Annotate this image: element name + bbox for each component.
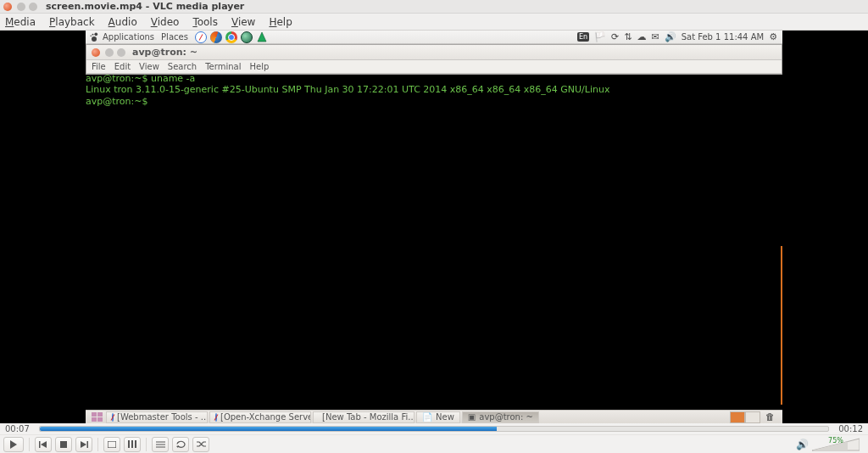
mute-button[interactable]: 🔊 [796,439,809,450]
terminal-minimize-icon[interactable] [105,48,114,57]
volume-percent: 75% [828,437,843,445]
term-menu-search[interactable]: Search [168,62,197,71]
svg-rect-9 [131,440,133,448]
terminal-maximize-icon[interactable] [117,48,125,57]
network-indicator-icon[interactable]: ⇅ [624,31,632,42]
panel-places[interactable]: Places [161,32,188,42]
menu-help[interactable]: Help [269,16,292,28]
terminal-body[interactable]: avp@tron:~$ uname -a Linux tron 3.11.0-1… [86,73,782,410]
workspace-2[interactable] [745,411,760,423]
trash-icon[interactable]: 🗑 [765,411,777,422]
menu-playback[interactable]: Playback [49,16,95,28]
term-menu-terminal[interactable]: Terminal [205,62,241,71]
seek-fill [40,427,497,431]
window-title: screen.movie.mp4 - VLC media player [46,1,244,12]
time-total[interactable]: 00:12 [834,424,863,433]
volume-slider[interactable]: 75% [812,438,860,451]
terminal-titlebar[interactable]: avp@tron: ~ [86,45,782,60]
time-elapsed[interactable]: 00:07 [5,424,34,433]
cloud-indicator-icon[interactable]: ☁ [637,31,646,42]
window-resize-edge[interactable] [781,246,782,405]
term-menu-edit[interactable]: Edit [114,62,131,71]
svg-rect-5 [60,441,67,448]
workspace-switcher[interactable] [730,411,760,423]
terminal-close-icon[interactable] [92,48,100,57]
terminal-menubar: File Edit View Search Terminal Help [86,60,782,74]
mail-indicator-icon[interactable]: ✉ [651,31,659,42]
terminal-prompt: avp@tron:~$ [86,73,147,84]
gnome-foot-icon[interactable] [89,32,99,42]
menu-video[interactable]: Video [151,16,180,28]
app-launcher-icon[interactable] [256,31,268,43]
svg-point-3 [92,36,97,41]
svg-rect-4 [39,441,41,448]
keyboard-layout-indicator[interactable]: En [577,32,589,42]
term-menu-help[interactable]: Help [249,62,269,71]
browser-epiphany-icon[interactable] [195,31,207,43]
terminal-window: avp@tron: ~ File Edit View Search Termin… [86,44,782,75]
menu-audio[interactable]: Audio [108,16,137,28]
svg-point-1 [92,33,94,35]
terminal-title: avp@tron: ~ [132,47,198,58]
svg-point-0 [94,32,97,36]
workspace-1[interactable] [730,411,745,423]
svg-rect-7 [108,441,116,448]
term-menu-view[interactable]: View [139,62,159,71]
menu-media[interactable]: Media [5,16,36,28]
seek-track[interactable] [39,426,829,432]
svg-rect-8 [128,440,130,448]
ubuntu-top-panel: Applications Places En 🏳️ ⟳ ⇅ ☁ ✉ 🔊 Sat … [86,31,782,44]
clock[interactable]: Sat Feb 1 11:44 AM [682,32,764,42]
svg-point-2 [91,35,92,36]
power-cog-icon[interactable]: ⚙ [769,31,777,42]
prev-button[interactable] [35,437,52,452]
taskbar-item-newtab[interactable]: [New Tab - Mozilla Fi... [313,411,415,423]
document-icon: 📄 [422,412,432,422]
show-desktop-icon[interactable] [89,412,104,422]
maximize-icon[interactable] [29,3,37,11]
loop-button[interactable] [172,437,189,452]
taskbar-item-oxchange[interactable]: [Open-Xchange Serve... [209,411,311,423]
terminal-prompt-2: avp@tron:~$ [86,96,147,107]
next-button[interactable] [75,437,92,452]
ext-settings-button[interactable] [124,437,141,452]
browser-firefox-icon[interactable] [210,31,222,43]
vlc-menubar: Media Playback Audio Video Tools View He… [0,14,868,31]
stop-button[interactable] [55,437,72,452]
panel-applications[interactable]: Applications [103,32,154,42]
terminal-icon: ▣ [468,412,476,422]
svg-rect-10 [135,440,136,448]
epiphany-icon [112,413,114,422]
play-button[interactable] [3,437,24,452]
taskbar-item-terminal[interactable]: ▣avp@tron: ~ [462,411,539,423]
video-area[interactable]: Applications Places En 🏳️ ⟳ ⇅ ☁ ✉ 🔊 Sat … [0,31,868,423]
bottom-taskbar: [Webmaster Tools - ... [Open-Xchange Ser… [86,410,782,423]
volume-indicator-icon[interactable]: 🔊 [665,31,676,42]
taskbar-item-new[interactable]: 📄New [416,411,460,423]
terminal-output: Linux tron 3.11.0-15-generic #25-Ubuntu … [86,84,782,95]
browser-chrome-icon[interactable] [225,31,237,43]
shuffle-button[interactable] [192,437,209,452]
minimize-icon[interactable] [17,3,25,11]
playlist-button[interactable] [152,437,169,452]
close-icon[interactable] [3,3,12,11]
term-menu-file[interactable]: File [92,62,106,71]
svg-rect-6 [87,441,89,448]
epiphany-icon [215,413,217,422]
menu-tools[interactable]: Tools [192,16,218,28]
taskbar-item-webmaster[interactable]: [Webmaster Tools - ... [106,411,208,423]
menu-view[interactable]: View [231,16,255,28]
terminal-cursor [151,95,156,104]
vlc-seekbar: 00:07 00:12 [0,423,868,434]
terminal-command: uname -a [151,73,195,84]
flag-indicator-icon[interactable]: 🏳️ [594,31,606,42]
fullscreen-button[interactable] [103,437,120,452]
browser-globe-icon[interactable] [241,31,253,43]
sync-indicator-icon[interactable]: ⟳ [611,31,619,42]
vlc-titlebar: screen.movie.mp4 - VLC media player [0,0,868,14]
vlc-controls: 🔊 75% [0,434,868,453]
